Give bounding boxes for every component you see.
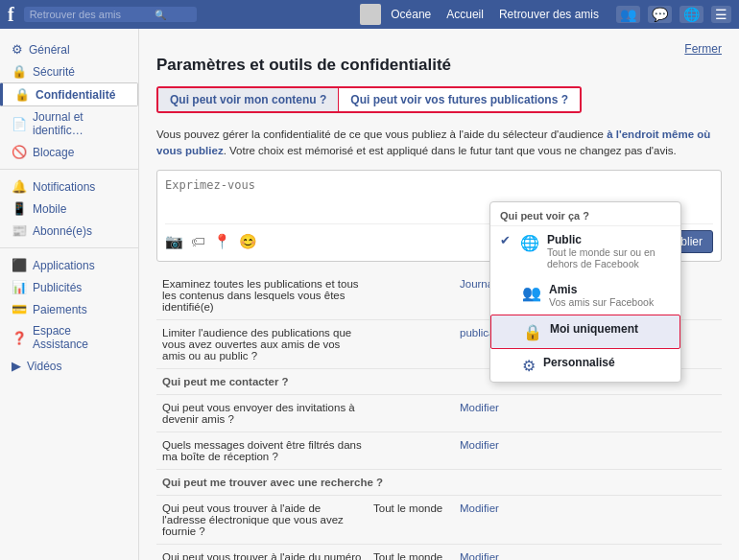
info-text-1: Vous pouvez gérer la confidentialité de … [156, 128, 607, 140]
globe-icon: 🌐 [520, 234, 539, 252]
notifications-icon[interactable]: 🌐 [679, 6, 703, 23]
dropdown-item-personnalise[interactable]: ⚙ Personnalisé [490, 349, 680, 382]
sidebar-label-general: Général [29, 43, 70, 57]
sidebar-section-3: ⬛ Applications 📊 Publicités 💳 Paiements … [0, 254, 138, 377]
sidebar-label-mobile: Mobile [33, 202, 66, 216]
audience-dropdown: Qui peut voir ça ? ✔ 🌐 Public Tout le mo… [489, 201, 681, 383]
table-cell-value [368, 271, 454, 320]
section-header-search: Qui peut me trouver avec une recherche ? [156, 469, 722, 495]
table-cell-action: Modifier [454, 432, 722, 469]
espace-icon: ❓ [12, 331, 27, 345]
nav-retrouver[interactable]: Retrouver des amis [493, 8, 605, 21]
tag-icon[interactable]: 🏷 [191, 233, 205, 249]
tab-qui-peut-voir[interactable]: Qui peut voir mon contenu ? [158, 88, 339, 111]
sidebar-item-notifications[interactable]: 🔔 Notifications [0, 175, 138, 198]
sidebar-label-journal: Journal et identific… [33, 110, 127, 137]
applications-icon: ⬛ [12, 258, 27, 272]
lock-only-icon: 🔒 [523, 323, 542, 341]
sidebar-item-videos[interactable]: ▶ Vidéos [0, 355, 138, 377]
sidebar-item-blocage[interactable]: 🚫 Blocage [0, 141, 138, 163]
action-link[interactable]: Modifier [460, 551, 499, 561]
table-row: Qui peut vous trouver à l'aide du numéro… [156, 544, 722, 560]
sidebar-item-publicites[interactable]: 📊 Publicités [0, 276, 138, 298]
menu-icon[interactable]: ☰ [711, 6, 731, 23]
tab-futures-publications[interactable]: Qui peut voir vos futures publications ? [339, 88, 580, 111]
info-text-2: . Votre choix est mémorisé et est appliq… [224, 145, 677, 156]
dropdown-item-text: Personnalisé [543, 356, 615, 369]
table-cell-value [368, 432, 454, 469]
nav-accueil[interactable]: Accueil [441, 8, 489, 21]
action-link[interactable]: Modifier [460, 502, 499, 514]
dropdown-item-public[interactable]: ✔ 🌐 Public Tout le monde sur ou en dehor… [490, 226, 680, 276]
sidebar-item-applications[interactable]: ⬛ Applications [0, 254, 138, 276]
nav-icons: 👥 💬 🌐 ☰ [616, 6, 731, 23]
search-input[interactable] [30, 9, 155, 20]
table-row: Quels messages doivent être filtrés dans… [156, 432, 722, 469]
photo-icon[interactable]: 📷 [165, 233, 183, 250]
sidebar-item-securite[interactable]: 🔒 Sécurité [0, 60, 138, 82]
top-navigation: f 🔍 Océane Accueil Retrouver des amis 👥 … [0, 0, 739, 29]
moi-label: Moi uniquement [550, 322, 638, 336]
check-icon: ✔ [500, 233, 511, 247]
sidebar-label-abonnes: Abonné(e)s [33, 224, 92, 238]
sidebar-item-confidentialite[interactable]: 🔒 Confidentialité [0, 82, 138, 106]
sidebar-label-publicites: Publicités [33, 281, 82, 294]
nav-username[interactable]: Océane [385, 8, 437, 21]
info-box: Vous pouvez gérer la confidentialité de … [156, 127, 722, 160]
sidebar-divider-2 [0, 247, 138, 248]
sidebar-item-espace[interactable]: ❓ Espace Assistance [0, 320, 138, 355]
table-cell-question: Qui peut vous trouver à l'aide du numéro… [156, 544, 368, 560]
privacy-tabs: Qui peut voir mon contenu ? Qui peut voi… [156, 86, 582, 113]
sidebar-label-applications: Applications [33, 259, 95, 272]
dropdown-item-text: Amis Vos amis sur Facebook [549, 283, 654, 308]
bell-icon: 🔔 [12, 179, 27, 194]
dropdown-item-amis[interactable]: 👥 Amis Vos amis sur Facebook [490, 276, 680, 315]
action-link[interactable]: Modifier [460, 439, 499, 451]
table-row: Qui peut vous envoyer des invitations à … [156, 394, 722, 432]
page-title: Paramètres et outils de confidentialité [156, 56, 722, 75]
blocage-icon: 🚫 [12, 145, 27, 159]
sidebar-item-general[interactable]: ⚙ Général [0, 38, 138, 60]
sidebar-section-2: 🔔 Notifications 📱 Mobile 📰 Abonné(e)s [0, 175, 138, 242]
table-cell-question: Limiter l'audience des publications que … [156, 319, 368, 368]
main-content: Fermer Paramètres et outils de confident… [139, 29, 739, 560]
location-icon[interactable]: 📍 [213, 233, 231, 250]
public-label: Public [547, 233, 671, 246]
publicites-icon: 📊 [12, 280, 27, 294]
confidentialite-icon: 🔒 [14, 87, 30, 102]
search-bar[interactable]: 🔍 [24, 7, 197, 22]
sidebar-label-blocage: Blocage [33, 146, 74, 159]
sidebar-label-notifications: Notifications [33, 180, 95, 194]
sidebar-item-journal[interactable]: 📄 Journal et identific… [0, 106, 138, 141]
personnalise-label: Personnalisé [543, 356, 615, 369]
sidebar-item-mobile[interactable]: 📱 Mobile [0, 198, 138, 220]
action-link[interactable]: Modifier [460, 402, 499, 413]
amis-label: Amis [549, 283, 654, 296]
lock-icon: 🔒 [12, 64, 27, 79]
table-cell-question: Quels messages doivent être filtrés dans… [156, 432, 368, 469]
general-icon: ⚙ [12, 42, 23, 57]
sidebar: ⚙ Général 🔒 Sécurité 🔒 Confidentialité 📄… [0, 29, 139, 560]
sidebar-item-paiements[interactable]: 💳 Paiements [0, 298, 138, 320]
videos-icon: ▶ [12, 359, 21, 373]
dropdown-item-moi[interactable]: 🔒 Moi uniquement [490, 315, 680, 349]
public-sub: Tout le monde sur ou en dehors de Facebo… [547, 246, 671, 269]
messages-icon[interactable]: 💬 [648, 6, 672, 23]
table-cell-value [368, 319, 454, 368]
mobile-icon: 📱 [12, 201, 27, 216]
table-cell-action: Modifier [454, 394, 722, 432]
sidebar-label-securite: Sécurité [33, 65, 75, 79]
table-cell-action: Modifier [454, 495, 722, 544]
facebook-logo: f [8, 4, 14, 26]
custom-icon: ⚙ [522, 357, 536, 375]
fermer-button[interactable]: Fermer [684, 42, 722, 56]
paiements-icon: 💳 [12, 302, 27, 316]
friends-icon[interactable]: 👥 [616, 6, 640, 23]
sidebar-item-abonnes[interactable]: 📰 Abonné(e)s [0, 220, 138, 242]
sidebar-label-confidentialite: Confidentialité [36, 88, 115, 102]
layout: ⚙ Général 🔒 Sécurité 🔒 Confidentialité 📄… [0, 29, 739, 560]
emoji-icon[interactable]: 😊 [239, 233, 257, 250]
table-cell-value: Tout le monde [368, 544, 454, 560]
table-cell-value [368, 394, 454, 432]
abonnes-icon: 📰 [12, 223, 27, 238]
